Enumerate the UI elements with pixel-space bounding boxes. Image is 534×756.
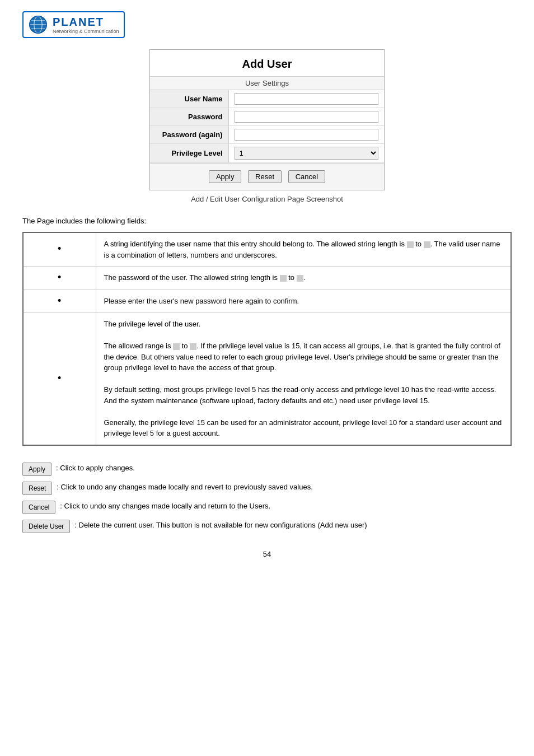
table-row: Password (again) [150, 126, 384, 144]
legend-delete-text: : Delete the current user. This button i… [74, 520, 367, 531]
legend-reset-button[interactable]: Reset [22, 482, 52, 495]
table-row: Privilege Level 1 5 10 15 [150, 144, 384, 163]
apply-button[interactable]: Apply [209, 170, 242, 183]
table-row: Password [150, 108, 384, 126]
legend-reset-text: : Click to undo any changes made locally… [57, 482, 312, 493]
desc-cell-3: Please enter the user's new password her… [96, 290, 511, 313]
logo-planet-label: PLANET [53, 16, 119, 29]
table-row: User Name [150, 90, 384, 108]
legend-item-delete: Delete User : Delete the current user. T… [22, 520, 512, 533]
password-label: Password [150, 108, 228, 126]
legend-apply-text: : Click to apply changes. [56, 463, 135, 474]
button-legend: Apply : Click to apply changes. Reset : … [22, 463, 512, 533]
logo-box: PLANET Networking & Communication [22, 11, 125, 38]
form-title: Add User [150, 50, 384, 76]
privilege-select[interactable]: 1 5 10 15 [235, 147, 379, 160]
logo-area: PLANET Networking & Communication [22, 11, 512, 38]
legend-item-apply: Apply : Click to apply changes. [22, 463, 512, 476]
range-min-3 [173, 343, 180, 350]
range-min-2 [280, 275, 287, 282]
reset-button[interactable]: Reset [248, 170, 282, 183]
table-row: • The privilege level of the user. The a… [23, 313, 511, 445]
desc-cell-1: A string identifying the user name that … [96, 232, 511, 267]
logo-globe-icon [28, 15, 48, 35]
legend-delete-button[interactable]: Delete User [22, 520, 70, 533]
username-cell [228, 90, 384, 108]
form-buttons-area: Apply Reset Cancel [150, 163, 384, 190]
screenshot-caption: Add / Edit User Configuration Page Scree… [22, 195, 512, 203]
legend-item-cancel: Cancel : Click to undo any changes made … [22, 501, 512, 514]
desc-cell-2: The password of the user. The allowed st… [96, 267, 511, 290]
form-section-title: User Settings [150, 76, 384, 90]
bullet-cell-1: • [23, 232, 96, 267]
password-again-label: Password (again) [150, 126, 228, 144]
bullet-cell-2: • [23, 267, 96, 290]
password-input[interactable] [235, 111, 379, 123]
username-input[interactable] [235, 93, 379, 105]
table-row: • The password of the user. The allowed … [23, 267, 511, 290]
range-min-1 [407, 241, 414, 248]
password-again-cell [228, 126, 384, 144]
range-max-3 [190, 343, 196, 350]
page-description: The Page includes the following fields: [22, 217, 512, 225]
legend-item-reset: Reset : Click to undo any changes made l… [22, 482, 512, 495]
add-user-form: Add User User Settings User Name Passwor… [149, 49, 385, 190]
description-table: • A string identifying the user name tha… [22, 232, 512, 446]
password-again-input[interactable] [235, 129, 379, 141]
range-max-1 [424, 241, 430, 248]
privilege-cell: 1 5 10 15 [228, 144, 384, 163]
password-cell [228, 108, 384, 126]
range-max-2 [297, 275, 303, 282]
bullet-cell-3: • [23, 290, 96, 313]
page-number: 54 [22, 550, 512, 558]
legend-apply-button[interactable]: Apply [22, 463, 51, 476]
legend-cancel-button[interactable]: Cancel [22, 501, 55, 514]
table-row: • Please enter the user's new password h… [23, 290, 511, 313]
logo-subtitle-label: Networking & Communication [53, 29, 119, 34]
username-label: User Name [150, 90, 228, 108]
logo-text: PLANET Networking & Communication [53, 16, 119, 34]
form-fields-table: User Name Password Password (again) Priv… [150, 90, 384, 163]
desc-cell-4: The privilege level of the user. The all… [96, 313, 511, 445]
privilege-label: Privilege Level [150, 144, 228, 163]
cancel-button[interactable]: Cancel [288, 170, 325, 183]
legend-cancel-text: : Click to undo any changes made locally… [60, 501, 270, 512]
bullet-cell-4: • [23, 313, 96, 445]
table-row: • A string identifying the user name tha… [23, 232, 511, 267]
